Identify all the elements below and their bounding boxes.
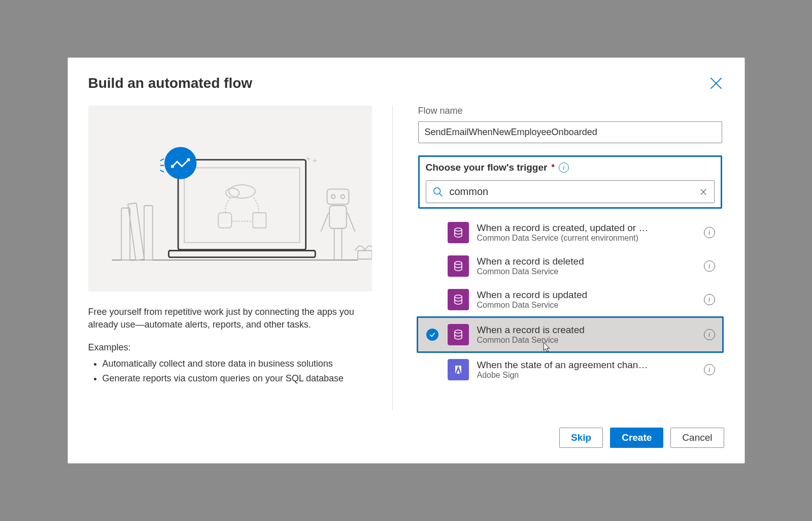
info-icon[interactable]: i bbox=[559, 162, 569, 173]
svg-line-24 bbox=[439, 193, 442, 196]
info-icon[interactable]: i bbox=[704, 364, 715, 375]
clear-search-icon[interactable] bbox=[699, 187, 708, 197]
example-item: Automatically collect and store data in … bbox=[103, 357, 372, 370]
trigger-title: When a record is created, updated or … bbox=[477, 222, 696, 234]
dialog-title: Build an automated flow bbox=[88, 75, 724, 91]
trigger-search-box[interactable] bbox=[426, 180, 715, 203]
trigger-item[interactable]: When a record is createdCommon Data Serv… bbox=[417, 316, 724, 353]
trigger-item[interactable]: When a record is updatedCommon Data Serv… bbox=[418, 283, 722, 316]
svg-point-28 bbox=[455, 330, 462, 333]
checkmark-icon bbox=[426, 329, 438, 341]
svg-rect-3 bbox=[144, 206, 152, 260]
trigger-title: When a record is created bbox=[477, 324, 696, 336]
trigger-item[interactable]: When the state of an agreement chan…Adob… bbox=[418, 353, 722, 386]
trigger-text: When a record is updatedCommon Data Serv… bbox=[477, 289, 696, 310]
svg-rect-19 bbox=[358, 250, 372, 259]
svg-point-20 bbox=[164, 147, 196, 179]
example-item: Generate reports via custom queries on y… bbox=[103, 372, 372, 385]
trigger-search-input[interactable] bbox=[450, 184, 693, 200]
svg-rect-4 bbox=[178, 160, 306, 250]
trigger-section: Choose your flow's trigger * i bbox=[418, 155, 722, 209]
trigger-title: When a record is deleted bbox=[477, 256, 696, 267]
close-button[interactable] bbox=[708, 75, 724, 91]
skip-button[interactable]: Skip bbox=[559, 428, 603, 448]
svg-rect-1 bbox=[121, 208, 130, 260]
trigger-label: Choose your flow's trigger bbox=[426, 162, 548, 173]
required-indicator: * bbox=[551, 163, 554, 172]
info-icon[interactable]: i bbox=[704, 227, 715, 238]
svg-rect-11 bbox=[327, 189, 349, 204]
examples-list: Automatically collect and store data in … bbox=[88, 357, 372, 385]
trigger-subtitle: Common Data Service (current environment… bbox=[477, 234, 696, 243]
description-text: Free yourself from repetitive work just … bbox=[88, 306, 372, 331]
examples-label: Examples: bbox=[88, 341, 372, 354]
trigger-subtitle: Common Data Service bbox=[477, 267, 696, 276]
right-panel: Flow name Choose your flow's trigger * i… bbox=[413, 106, 724, 410]
trigger-subtitle: Adobe Sign bbox=[477, 371, 696, 380]
trigger-subtitle: Common Data Service bbox=[477, 301, 696, 310]
svg-rect-21 bbox=[171, 165, 174, 168]
illustration bbox=[88, 106, 372, 291]
info-icon[interactable]: i bbox=[704, 294, 715, 305]
database-connector-icon bbox=[448, 222, 469, 243]
trigger-list: When a record is created, updated or …Co… bbox=[418, 216, 722, 386]
dialog-window: Build an automated flow bbox=[67, 57, 745, 464]
dialog-footer: Skip Create Cancel bbox=[88, 428, 724, 448]
trigger-radio[interactable] bbox=[425, 329, 439, 341]
svg-line-17 bbox=[321, 213, 328, 232]
search-icon bbox=[432, 186, 444, 198]
adobe-connector-icon bbox=[448, 359, 469, 380]
trigger-subtitle: Common Data Service bbox=[477, 336, 696, 345]
svg-point-27 bbox=[455, 295, 462, 298]
trigger-text: When a record is createdCommon Data Serv… bbox=[477, 324, 696, 345]
trigger-text: When a record is deletedCommon Data Serv… bbox=[477, 256, 696, 276]
svg-point-23 bbox=[433, 187, 440, 194]
info-icon[interactable]: i bbox=[704, 329, 715, 340]
database-connector-icon bbox=[448, 255, 469, 277]
database-connector-icon bbox=[448, 289, 469, 310]
svg-point-26 bbox=[455, 262, 462, 265]
trigger-title: When a record is updated bbox=[477, 289, 696, 301]
trigger-text: When a record is created, updated or …Co… bbox=[477, 222, 696, 243]
flow-name-label: Flow name bbox=[418, 106, 722, 116]
svg-rect-22 bbox=[187, 158, 190, 161]
svg-point-13 bbox=[341, 195, 344, 199]
trigger-text: When the state of an agreement chan…Adob… bbox=[477, 360, 696, 380]
svg-rect-14 bbox=[329, 206, 347, 229]
trigger-item[interactable]: When a record is deletedCommon Data Serv… bbox=[418, 249, 722, 283]
cancel-button[interactable]: Cancel bbox=[670, 428, 724, 448]
flow-name-input[interactable] bbox=[418, 121, 722, 143]
illustration-graphic bbox=[88, 106, 372, 291]
left-panel: Free yourself from repetitive work just … bbox=[88, 106, 393, 410]
close-icon bbox=[708, 75, 724, 91]
svg-point-12 bbox=[331, 195, 334, 199]
trigger-title: When the state of an agreement chan… bbox=[477, 360, 696, 371]
svg-line-18 bbox=[347, 213, 355, 232]
database-connector-icon bbox=[448, 324, 469, 345]
svg-point-25 bbox=[455, 228, 462, 231]
description-block: Free yourself from repetitive work just … bbox=[88, 306, 372, 385]
trigger-item[interactable]: When a record is created, updated or …Co… bbox=[418, 216, 722, 249]
create-button[interactable]: Create bbox=[610, 428, 663, 448]
info-icon[interactable]: i bbox=[704, 260, 715, 272]
svg-rect-6 bbox=[168, 250, 315, 257]
